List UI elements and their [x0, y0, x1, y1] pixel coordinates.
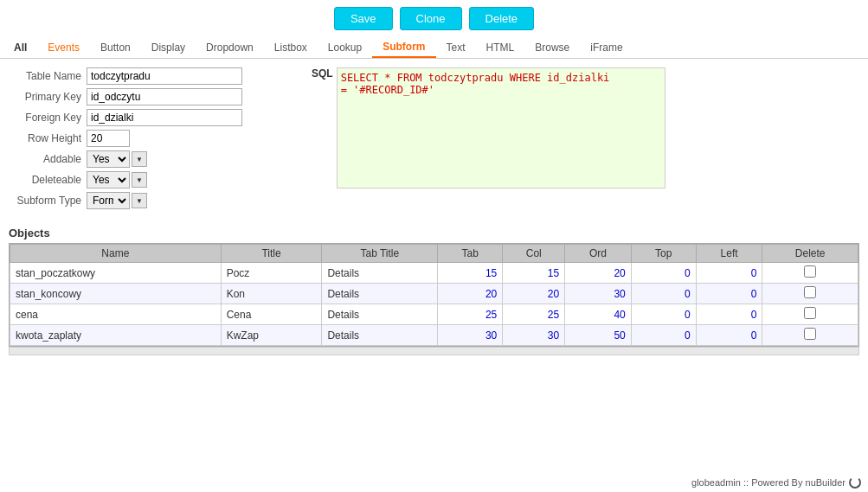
tab-display[interactable]: Display: [141, 38, 196, 57]
main-content: Table Name Primary Key Foreign Key Row H…: [0, 59, 868, 221]
table-wrapper[interactable]: Name Title Tab Title Tab Col Ord Top Lef…: [9, 243, 859, 347]
foreign-key-row: Foreign Key: [9, 109, 303, 126]
tab-events[interactable]: Events: [37, 38, 90, 57]
save-button[interactable]: Save: [334, 7, 393, 30]
cell-name: stan_poczatkowy: [10, 263, 222, 284]
objects-section: Objects Name Title Tab Title Tab Col Ord…: [0, 221, 868, 355]
subform-type-label: Subform Type: [9, 195, 87, 207]
cell-left: 0: [696, 304, 762, 325]
tab-subform[interactable]: Subform: [372, 37, 435, 58]
cell-top: 0: [631, 284, 696, 304]
cell-tab-title: Details: [322, 263, 438, 284]
delete-checkbox[interactable]: [804, 328, 816, 340]
cell-ord: 30: [565, 284, 632, 304]
cell-name: stan_koncowy: [10, 284, 222, 304]
cell-tab: 30: [438, 325, 503, 346]
footer-text: globeadmin :: Powered By nuBuilder: [691, 477, 845, 488]
tab-browse[interactable]: Browse: [524, 38, 580, 57]
cell-title: Pocz: [221, 263, 322, 284]
col-tab-title: Tab Title: [322, 245, 438, 263]
table-name-label: Table Name: [9, 70, 87, 82]
col-left: Left: [696, 245, 762, 263]
cell-top: 0: [631, 325, 696, 346]
deleteable-label: Deleteable: [9, 174, 87, 186]
tab-iframe[interactable]: iFrame: [580, 38, 633, 57]
cell-delete: [762, 325, 858, 346]
cell-col: 15: [503, 263, 565, 284]
bottom-scrollbar[interactable]: [9, 347, 859, 355]
refresh-icon[interactable]: [849, 476, 861, 489]
cell-top: 0: [631, 263, 696, 284]
tab-text[interactable]: Text: [436, 38, 476, 57]
primary-key-input[interactable]: [87, 88, 242, 105]
table-row: kwota_zaplaty KwZap Details 30 30 50 0 0: [10, 325, 858, 346]
table-row: stan_koncowy Kon Details 20 20 30 0 0: [10, 284, 858, 304]
cell-delete: [762, 304, 858, 325]
tab-button[interactable]: Button: [90, 38, 141, 57]
sql-area: SQL SELECT * FROM todczytpradu WHERE id_…: [312, 67, 859, 213]
col-col: Col: [503, 245, 565, 263]
col-top: Top: [631, 245, 696, 263]
col-delete: Delete: [762, 245, 858, 263]
subform-type-select-wrap: Form Grid ▼: [87, 192, 147, 209]
table-name-row: Table Name: [9, 67, 303, 85]
footer: globeadmin :: Powered By nuBuilder: [685, 473, 868, 492]
tab-html[interactable]: HTML: [476, 38, 525, 57]
cell-col: 20: [503, 284, 565, 304]
cell-left: 0: [696, 263, 762, 284]
tab-lookup[interactable]: Lookup: [318, 38, 372, 57]
delete-button[interactable]: Delete: [469, 7, 535, 30]
deleteable-select[interactable]: Yes No: [87, 171, 130, 188]
cell-left: 0: [696, 325, 762, 346]
row-height-input[interactable]: [87, 130, 130, 147]
delete-checkbox[interactable]: [804, 265, 816, 278]
sql-label: SQL: [312, 67, 333, 80]
tab-dropdown[interactable]: Dropdown: [196, 38, 264, 57]
sql-textarea[interactable]: SELECT * FROM todczytpradu WHERE id_dzia…: [337, 67, 665, 188]
table-row: stan_poczatkowy Pocz Details 15 15 20 0 …: [10, 263, 858, 284]
cell-top: 0: [631, 304, 696, 325]
cell-title: Kon: [221, 284, 322, 304]
cell-ord: 50: [565, 325, 632, 346]
clone-button[interactable]: Clone: [400, 7, 462, 30]
foreign-key-label: Foreign Key: [9, 112, 87, 124]
foreign-key-input[interactable]: [87, 109, 242, 126]
table-name-input[interactable]: [87, 67, 242, 85]
cell-name: cena: [10, 304, 222, 325]
tab-all[interactable]: All: [3, 38, 37, 57]
cell-tab: 20: [438, 284, 503, 304]
cell-tab: 25: [438, 304, 503, 325]
cell-ord: 40: [565, 304, 632, 325]
addable-select[interactable]: Yes No: [87, 150, 130, 168]
cell-left: 0: [696, 284, 762, 304]
delete-checkbox[interactable]: [804, 286, 816, 298]
subform-type-dropdown-arrow[interactable]: ▼: [132, 193, 147, 208]
col-name: Name: [10, 245, 222, 263]
subform-type-row: Subform Type Form Grid ▼: [9, 192, 303, 209]
col-ord: Ord: [565, 245, 632, 263]
table-row: cena Cena Details 25 25 40 0 0: [10, 304, 858, 325]
primary-key-label: Primary Key: [9, 91, 87, 103]
cell-tab-title: Details: [322, 304, 438, 325]
cell-tab-title: Details: [322, 325, 438, 346]
form-area: Table Name Primary Key Foreign Key Row H…: [9, 67, 303, 213]
cell-delete: [762, 263, 858, 284]
deleteable-row: Deleteable Yes No ▼: [9, 171, 303, 188]
sql-row: SQL SELECT * FROM todczytpradu WHERE id_…: [312, 67, 859, 188]
deleteable-select-wrap: Yes No ▼: [87, 171, 147, 188]
cell-title: KwZap: [221, 325, 322, 346]
addable-label: Addable: [9, 153, 87, 165]
cell-col: 30: [503, 325, 565, 346]
cell-tab-title: Details: [322, 284, 438, 304]
addable-select-wrap: Yes No ▼: [87, 150, 147, 168]
addable-dropdown-arrow[interactable]: ▼: [132, 151, 147, 167]
nav-tabs: All Events Button Display Dropdown Listb…: [0, 37, 868, 59]
cell-name: kwota_zaplaty: [10, 325, 222, 346]
tab-listbox[interactable]: Listbox: [264, 38, 318, 57]
addable-row: Addable Yes No ▼: [9, 150, 303, 168]
cell-tab: 15: [438, 263, 503, 284]
row-height-row: Row Height: [9, 130, 303, 147]
delete-checkbox[interactable]: [804, 307, 816, 319]
deleteable-dropdown-arrow[interactable]: ▼: [132, 172, 147, 188]
subform-type-select[interactable]: Form Grid: [87, 192, 130, 209]
